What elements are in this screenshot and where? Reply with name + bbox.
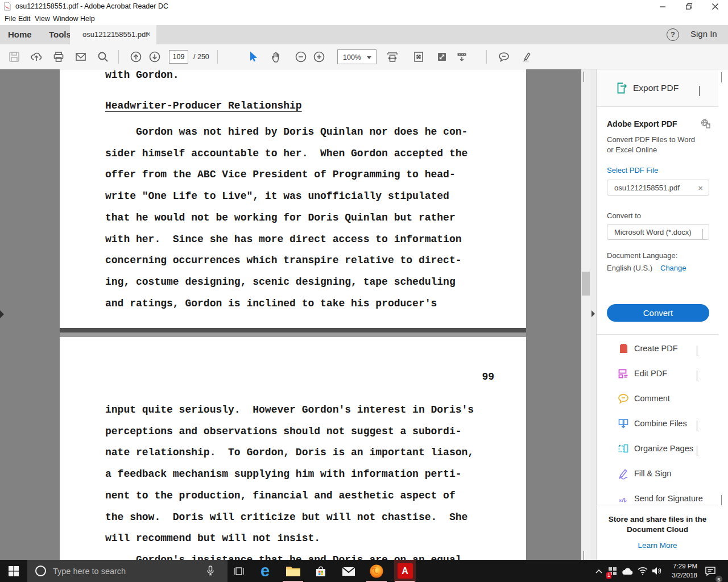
zoom-in-icon[interactable] [313,51,325,63]
scroll-up-icon[interactable] [584,72,588,77]
page1-text-line: that he would not be working for Doris Q… [105,207,468,229]
learn-more-link[interactable]: Learn More [597,541,718,550]
toolbar-separator [486,50,487,64]
change-language-link[interactable]: Change [660,264,686,272]
select-pdf-file-link[interactable]: Select PDF File [607,166,658,174]
sign-in-button[interactable]: Sign In [690,29,717,39]
highlighter-tool-icon[interactable] [520,51,532,63]
tab-document[interactable]: osu1212158551.pdf × [70,25,156,44]
task-view-icon[interactable] [228,560,250,582]
toolbar: / 250 100% [0,44,728,69]
help-icon[interactable]: ? [667,28,679,41]
expand-chevron-icon[interactable] [697,371,697,381]
wifi-icon[interactable] [635,560,650,582]
expand-chevron-icon[interactable] [697,446,697,456]
taskbar-search-input[interactable]: Type here to search [27,560,228,582]
scrollbar-thumb[interactable] [582,272,590,296]
adobe-export-pdf-heading: Adobe Export PDF [607,119,677,128]
tab-close-icon[interactable]: × [146,30,151,39]
scroll-down-icon[interactable] [584,551,588,556]
share-upload-icon[interactable] [30,51,43,63]
search-icon[interactable] [97,51,109,63]
onedrive-icon[interactable] [620,560,635,582]
tool-organize-pages[interactable]: Organize Pages [597,438,718,460]
menu-window[interactable]: Window [53,15,78,23]
minimize-button[interactable] [650,0,676,13]
taskbar-file-explorer-icon[interactable] [282,560,304,582]
sidebar-scroll-up-icon[interactable] [721,73,722,83]
menu-help[interactable]: Help [80,15,95,23]
menu-view[interactable]: View [35,15,50,23]
volume-icon[interactable] [649,560,665,582]
page1-text-line: and ratings, Gordon is inclined to take … [105,293,468,315]
toolbar-mode-icon[interactable] [456,51,468,63]
fullscreen-icon[interactable] [436,51,448,63]
tray-update-icon[interactable]: 1 [605,560,620,582]
taskbar-edge-icon[interactable]: e [254,560,276,582]
previous-page-icon[interactable] [130,51,142,63]
next-page-icon[interactable] [148,51,161,63]
comment-tool-icon[interactable] [498,51,510,63]
page-number-input[interactable] [169,50,188,64]
save-icon[interactable] [8,51,20,63]
format-dropdown[interactable]: Microsoft Word (*.docx) [607,224,709,240]
format-value: Microsoft Word (*.docx) [614,228,692,236]
fit-page-icon[interactable] [412,51,425,63]
export-pdf-header[interactable]: Export PDF [597,69,718,107]
comment-icon [617,392,630,405]
scrolling-mode-icon[interactable] [386,51,399,63]
taskbar-firefox-icon[interactable] [365,560,388,582]
convert-button[interactable]: Convert [607,304,709,322]
restore-button[interactable] [676,0,702,13]
zoom-dropdown-caret[interactable] [367,56,371,59]
export-online-icon [700,118,712,132]
selected-file-box[interactable]: osu1212158551.pdf × [607,180,709,196]
close-button[interactable] [702,0,728,13]
microphone-icon[interactable] [205,565,216,579]
select-tool-icon[interactable] [246,51,259,63]
tab-home[interactable]: Home [8,25,32,44]
page2-page-number: 99 [482,371,494,383]
tool-edit-pdf[interactable]: Edit PDF [597,363,718,385]
taskbar-mail-icon[interactable] [337,560,360,582]
tool-send-for-signature[interactable]: Send for Signature [597,488,718,510]
document-canvas[interactable]: with Gordon. Headwriter-Producer Relatio… [0,69,596,560]
tool-comment[interactable]: Comment [597,388,718,410]
tab-tools[interactable]: Tools [49,25,71,44]
start-button[interactable] [0,560,27,582]
page2-text-line: input quite seriously. However Gordon's … [105,400,474,421]
zoom-out-icon[interactable] [295,51,307,63]
page1-section-heading: Headwriter-Producer Relationship [105,100,302,111]
email-icon[interactable] [75,51,87,63]
panel-divider [590,69,596,560]
action-center-icon[interactable]: 5 [701,560,720,582]
clock-time: 7:29 PM [664,562,697,571]
taskbar-clock[interactable]: 7:29 PM 3/2/2018 [664,562,697,580]
expand-chevron-icon[interactable] [697,421,697,431]
collapse-chevron-icon[interactable] [699,86,700,97]
export-pdf-icon [615,82,627,94]
menu-file[interactable]: File [5,15,16,23]
document-cloud-promo-line1: Store and share files in the [597,515,718,523]
hand-tool-icon[interactable] [270,51,283,63]
title-bar: osu1212158551.pdf - Adobe Acrobat Reader… [0,0,728,13]
cortana-icon [35,566,46,576]
remove-file-icon[interactable]: × [698,183,703,193]
acrobat-file-icon [3,2,12,11]
taskbar-store-icon[interactable] [309,560,332,582]
zoom-level-select[interactable]: 100% [337,49,377,64]
menu-edit[interactable]: Edit [18,15,31,23]
document-scrollbar[interactable] [581,69,590,560]
tools-pane-toggle-icon[interactable] [592,310,595,317]
selected-file-name: osu1212158551.pdf [614,184,680,192]
sidebar-scroll-down-icon[interactable] [721,496,722,506]
taskbar-acrobat-icon[interactable]: A [394,560,416,582]
nav-pane-toggle-icon[interactable] [0,310,4,318]
print-icon[interactable] [52,51,65,63]
tool-combine-files[interactable]: Combine Files [597,413,718,435]
tool-create-pdf[interactable]: Create PDF [597,338,718,360]
window-title: osu1212158551.pdf - Adobe Acrobat Reader… [15,2,168,10]
expand-chevron-icon[interactable] [697,346,697,356]
tool-fill-sign[interactable]: Fill & Sign [597,463,718,485]
hidden-icons-chevron[interactable] [592,560,606,582]
